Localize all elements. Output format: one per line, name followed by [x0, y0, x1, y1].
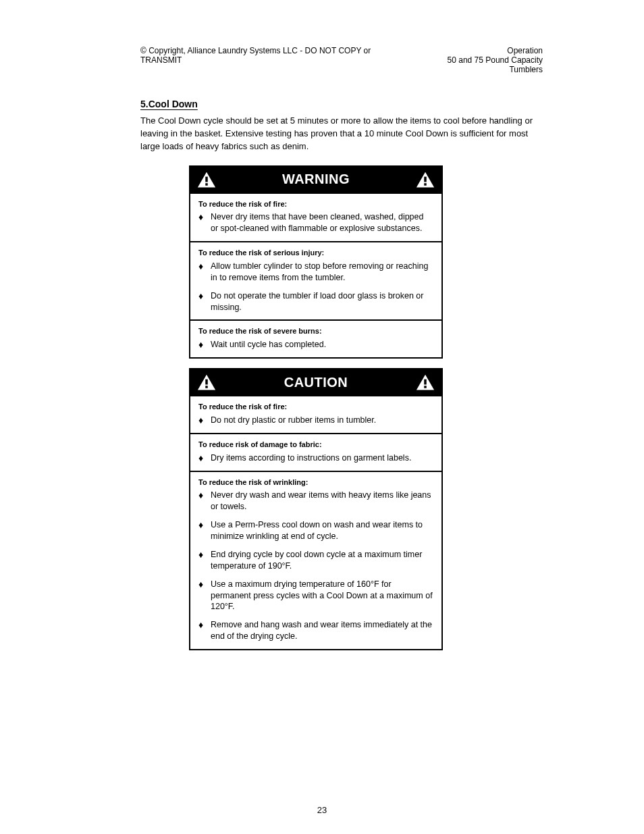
warning-icon [416, 171, 435, 188]
diamond-bullet-icon: ♦ [198, 290, 211, 313]
caution-box: CAUTION To reduce the risk of fire: ♦ Do… [189, 368, 443, 650]
warning-subhead: To reduce the risk of fire: [198, 199, 433, 209]
diamond-bullet-icon: ♦ [198, 261, 211, 284]
caution-subhead: To reduce the risk of fire: [198, 402, 433, 412]
list-item-text: Dry items according to instructions on g… [211, 452, 433, 464]
caution-cell: To reduce the risk of wrinkling: ♦ Never… [190, 471, 441, 649]
page-number: 23 [0, 805, 644, 815]
warning-cell: To reduce the risk of serious injury: ♦ … [190, 241, 441, 319]
warning-box: WARNING To reduce the risk of fire: ♦ Ne… [189, 165, 443, 359]
svg-rect-8 [205, 386, 208, 388]
list-item-text: Never dry wash and wear items with heavy… [211, 490, 433, 513]
list-item: ♦ Use a Perm-Press cool down on wash and… [198, 519, 433, 542]
list-item-text: End drying cycle by cool down cycle at a… [211, 549, 433, 572]
caution-header: CAUTION [190, 369, 441, 395]
list-item: ♦ Do not operate the tumbler if load doo… [198, 290, 433, 313]
warning-label: WARNING [216, 172, 416, 187]
warning-subhead: To reduce the risk of severe burns: [198, 326, 433, 336]
list-item-text: Remove and hang wash and wear items imme… [211, 619, 433, 642]
list-item: ♦ Dry items according to instructions on… [198, 452, 433, 464]
list-item-text: Use a maximum drying temperature of 160°… [211, 579, 433, 613]
lead-paragraph: The Cool Down cycle should be set at 5 m… [140, 115, 543, 153]
diamond-bullet-icon: ♦ [198, 490, 211, 513]
warning-cell: To reduce the risk of fire: ♦ Never dry … [190, 192, 441, 242]
list-item-text: Do not dry plastic or rubber items in tu… [211, 415, 433, 426]
caution-cell: To reduce the risk of fire: ♦ Do not dry… [190, 395, 441, 433]
header-right-1: Operation [412, 46, 543, 55]
warning-subhead: To reduce the risk of serious injury: [198, 248, 433, 258]
list-item-text: Use a Perm-Press cool down on wash and w… [211, 519, 433, 542]
list-item: ♦ Use a maximum drying temperature of 16… [198, 579, 433, 613]
caution-subhead: To reduce risk of damage to fabric: [198, 440, 433, 450]
diamond-bullet-icon: ♦ [198, 619, 211, 642]
svg-rect-4 [424, 176, 427, 182]
svg-rect-5 [424, 183, 427, 186]
diamond-bullet-icon: ♦ [198, 452, 211, 464]
warning-cell: To reduce the risk of severe burns: ♦ Wa… [190, 319, 441, 357]
warning-header: WARNING [190, 167, 441, 192]
list-item-text: Allow tumbler cylinder to stop before re… [211, 261, 433, 284]
list-item-text: Never dry items that have been cleaned, … [211, 211, 433, 234]
caution-subhead: To reduce the risk of wrinkling: [198, 477, 433, 488]
list-item-text: Wait until cycle has completed. [211, 339, 433, 350]
svg-rect-7 [205, 380, 208, 385]
header-right-2: 50 and 75 Pound Capacity Tumblers [412, 55, 543, 74]
list-item: ♦ Never dry wash and wear items with hea… [198, 490, 433, 513]
diamond-bullet-icon: ♦ [198, 579, 211, 613]
svg-rect-10 [424, 380, 427, 385]
diamond-bullet-icon: ♦ [198, 211, 211, 234]
svg-rect-2 [205, 183, 208, 186]
caution-label: CAUTION [216, 375, 416, 390]
warning-icon [416, 373, 435, 391]
diamond-bullet-icon: ♦ [198, 519, 211, 542]
svg-rect-11 [424, 386, 427, 388]
page-header: © Copyright, Alliance Laundry Systems LL… [140, 46, 543, 74]
diamond-bullet-icon: ♦ [198, 415, 211, 426]
list-item: ♦ End drying cycle by cool down cycle at… [198, 549, 433, 572]
caution-cell: To reduce risk of damage to fabric: ♦ Dr… [190, 433, 441, 471]
list-item: ♦ Allow tumbler cylinder to stop before … [198, 261, 433, 284]
list-item: ♦ Remove and hang wash and wear items im… [198, 619, 433, 642]
list-item-text: Do not operate the tumbler if load door … [211, 290, 433, 313]
list-item: ♦ Do not dry plastic or rubber items in … [198, 415, 433, 426]
section-title: 5.Cool Down [140, 99, 543, 109]
warning-icon [197, 373, 216, 391]
header-left: © Copyright, Alliance Laundry Systems LL… [140, 46, 412, 65]
list-item: ♦ Never dry items that have been cleaned… [198, 211, 433, 234]
diamond-bullet-icon: ♦ [198, 549, 211, 572]
svg-rect-1 [205, 176, 208, 182]
list-item: ♦ Wait until cycle has completed. [198, 339, 433, 350]
diamond-bullet-icon: ♦ [198, 339, 211, 350]
warning-icon [197, 171, 216, 188]
